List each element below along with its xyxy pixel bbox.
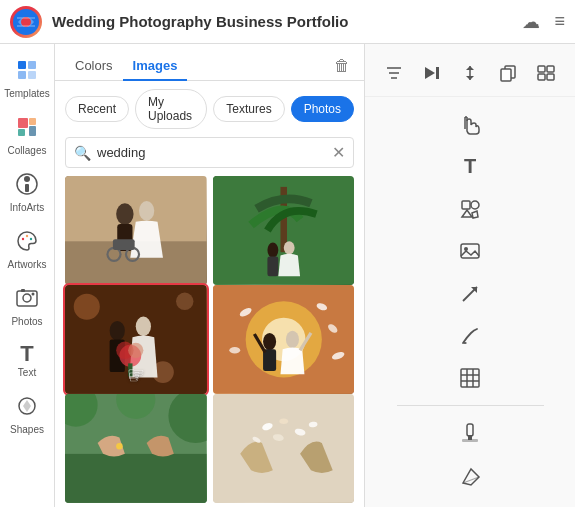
image-item[interactable] [213,176,355,285]
image-item[interactable] [65,394,207,503]
panel: Colors Images 🗑 Recent My Uploads Textur… [55,44,365,507]
svg-rect-82 [538,66,545,72]
svg-rect-9 [29,126,36,136]
image-item-selected[interactable]: ☞ [65,285,207,394]
svg-rect-93 [461,244,479,258]
svg-point-10 [24,176,30,182]
search-bar: 🔍 ✕ [65,137,354,168]
tab-images[interactable]: Images [123,52,188,81]
svg-point-37 [176,293,193,310]
app-logo [10,6,42,38]
svg-point-15 [30,238,32,240]
split-icon[interactable] [531,60,561,90]
topbar: Wedding Photography Business Portfolio ☁… [0,0,575,44]
table-tool-button[interactable] [448,359,492,397]
svg-rect-97 [461,369,479,387]
sidebar: Templates Collages InfoArts [0,44,55,507]
sidebar-item-label: Text [18,367,36,378]
subtab-recent[interactable]: Recent [65,96,129,122]
svg-point-25 [139,201,154,221]
svg-rect-89 [462,201,470,209]
svg-rect-83 [547,66,554,72]
sidebar-item-artworks[interactable]: Artworks [0,223,54,276]
svg-rect-81 [501,69,511,81]
search-clear-icon[interactable]: ✕ [332,143,345,162]
svg-point-90 [471,201,479,209]
paint-tool-button[interactable] [448,414,492,452]
svg-rect-3 [28,61,36,69]
sidebar-item-label: Templates [4,88,50,99]
artworks-icon [15,229,39,257]
svg-rect-11 [25,184,29,192]
svg-rect-5 [28,71,36,79]
svg-point-17 [23,294,31,302]
svg-rect-6 [18,118,28,128]
image-grid: ☞ [55,176,364,507]
svg-rect-84 [538,74,545,80]
hand-tool-button[interactable] [448,105,492,143]
sidebar-item-infoarts[interactable]: InfoArts [0,166,54,219]
svg-point-14 [26,235,28,237]
brush-tool-button[interactable] [448,317,492,355]
collages-icon [15,115,39,143]
svg-marker-78 [466,66,474,70]
search-icon: 🔍 [74,145,91,161]
svg-point-54 [263,333,276,350]
step-forward-icon[interactable] [417,60,447,90]
svg-rect-45 [128,363,132,376]
sidebar-item-collages[interactable]: Collages [0,109,54,162]
svg-point-61 [116,443,123,450]
topbar-icons: ☁ ≡ [522,11,565,33]
svg-rect-28 [113,239,135,250]
svg-point-44 [128,343,143,358]
svg-point-18 [32,293,35,296]
svg-marker-92 [472,211,478,218]
copy-icon[interactable] [493,60,523,90]
image-item[interactable] [213,285,355,394]
svg-point-57 [285,331,298,348]
toolbar-divider [397,405,544,406]
sidebar-item-label: Collages [8,145,47,156]
sidebar-item-text[interactable]: T Text [0,337,54,384]
image-tool-button[interactable] [448,232,492,270]
svg-point-13 [22,238,24,240]
infoarts-icon [15,172,39,200]
svg-point-52 [229,347,240,354]
subtab-my-uploads[interactable]: My Uploads [135,89,207,129]
text-icon: T [20,343,33,365]
svg-rect-65 [213,394,355,503]
svg-point-36 [74,294,100,320]
subtab-textures[interactable]: Textures [213,96,284,122]
svg-marker-79 [466,76,474,80]
svg-rect-32 [267,257,278,277]
page-title: Wedding Photography Business Portfolio [52,13,512,30]
eraser-tool-button[interactable] [448,457,492,495]
text-tool-button[interactable]: T [448,147,492,185]
sidebar-item-templates[interactable]: Templates [0,52,54,105]
cloud-icon[interactable]: ☁ [522,11,540,33]
arrow-tool-button[interactable] [448,274,492,312]
subtab-photos[interactable]: Photos [291,96,354,122]
filter-icon[interactable] [379,60,409,90]
sidebar-item-shapes[interactable]: Shapes [0,388,54,441]
tab-colors[interactable]: Colors [65,52,123,81]
templates-icon [15,58,39,86]
align-icon[interactable] [455,60,485,90]
search-input[interactable] [97,145,326,160]
svg-rect-102 [467,424,473,436]
sidebar-item-photos[interactable]: Photos [0,280,54,333]
svg-rect-7 [29,118,36,125]
svg-rect-85 [547,74,554,80]
svg-rect-76 [436,67,439,79]
image-item[interactable] [65,176,207,285]
right-toolbar: T [365,44,575,507]
shape-tool-button[interactable] [448,190,492,228]
menu-icon[interactable]: ≡ [554,11,565,32]
sidebar-item-label: Shapes [10,424,44,435]
right-top-icons [365,54,575,97]
sidebar-item-label: Artworks [8,259,47,270]
trash-icon[interactable]: 🗑 [330,53,354,79]
svg-point-67 [279,418,288,423]
svg-point-39 [110,321,125,341]
image-item[interactable] [213,394,355,503]
